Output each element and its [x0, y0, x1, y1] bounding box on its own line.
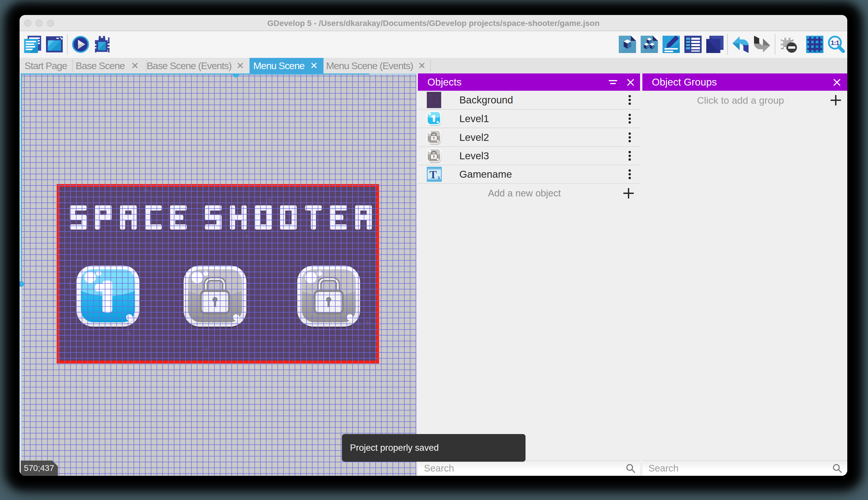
svg-text:x: x — [437, 174, 440, 181]
svg-text:1:1: 1:1 — [831, 39, 840, 46]
svg-text:T: T — [430, 169, 437, 181]
